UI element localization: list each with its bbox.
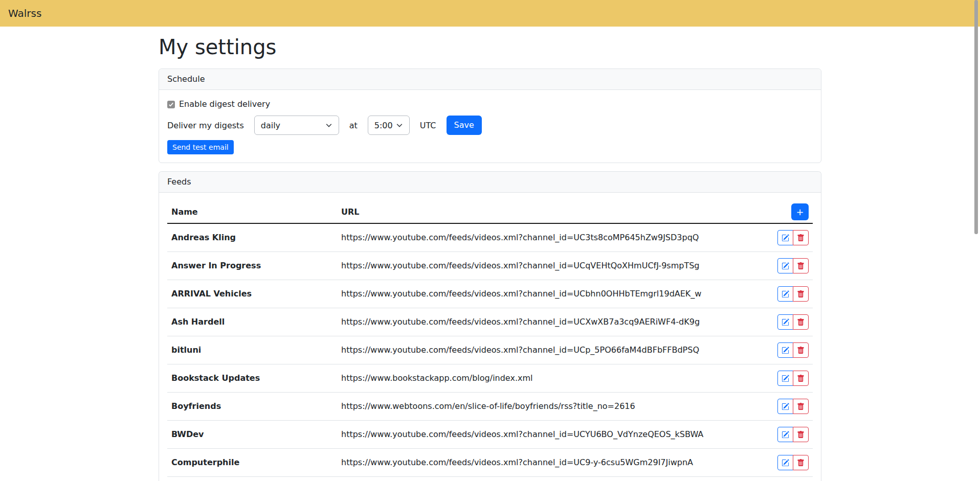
table-row: Ash Hardell https://www.youtube.com/feed… — [167, 308, 813, 336]
schedule-card: Schedule Enable digest delivery Deliver … — [159, 68, 821, 163]
pencil-square-icon — [782, 403, 789, 410]
pencil-square-icon — [782, 234, 789, 242]
pencil-square-icon — [782, 347, 789, 354]
feed-name: BWDev — [167, 421, 337, 449]
edit-feed-button[interactable] — [777, 286, 793, 302]
trash-icon — [797, 290, 805, 298]
feed-actions-group — [777, 342, 809, 358]
table-row: Andreas Kling https://www.youtube.com/fe… — [167, 223, 813, 252]
feed-name: Fireship — [167, 477, 337, 481]
feed-actions-group — [777, 258, 809, 273]
page-title: My settings — [159, 35, 821, 59]
edit-feed-button[interactable] — [777, 230, 793, 245]
edit-feed-button[interactable] — [777, 314, 793, 330]
scrollbar-thumb[interactable] — [974, 0, 978, 234]
feed-url: https://www.bookstackapp.com/blog/index.… — [337, 364, 773, 393]
feed-url: https://www.youtube.com/feeds/videos.xml… — [337, 252, 773, 280]
feed-url: https://www.youtube.com/feeds/videos.xml… — [337, 477, 773, 481]
feed-name: ARRIVAL Vehicles — [167, 280, 337, 308]
enable-digest-checkbox[interactable] — [167, 101, 175, 108]
timezone-label: UTC — [420, 121, 436, 130]
scrollbar[interactable] — [974, 0, 980, 481]
edit-feed-button[interactable] — [777, 258, 793, 273]
feed-actions — [773, 280, 813, 308]
feed-url: https://www.webtoons.com/en/slice-of-lif… — [337, 393, 773, 421]
delete-feed-button[interactable] — [793, 427, 809, 442]
feed-actions — [773, 252, 813, 280]
feed-name: Andreas Kling — [167, 223, 337, 252]
feed-actions-group — [777, 455, 809, 470]
feed-name: Boyfriends — [167, 393, 337, 421]
delete-feed-button[interactable] — [793, 342, 809, 358]
edit-feed-button[interactable] — [777, 455, 793, 470]
feed-url: https://www.youtube.com/feeds/videos.xml… — [337, 280, 773, 308]
feed-actions-group — [777, 399, 809, 414]
delete-feed-button[interactable] — [793, 455, 809, 470]
pencil-square-icon — [782, 431, 789, 439]
feed-actions — [773, 336, 813, 364]
frequency-value: daily — [261, 121, 280, 130]
column-header-actions: + — [773, 201, 813, 223]
delete-feed-button[interactable] — [793, 230, 809, 245]
pencil-square-icon — [782, 262, 789, 270]
add-feed-button[interactable]: + — [791, 203, 809, 220]
delete-feed-button[interactable] — [793, 258, 809, 273]
pencil-square-icon — [782, 290, 789, 298]
table-row: Fireship https://www.youtube.com/feeds/v… — [167, 477, 813, 481]
feeds-table-body: Andreas Kling https://www.youtube.com/fe… — [167, 223, 813, 481]
feeds-table: Name URL + Andreas Kling https://www.you… — [167, 201, 813, 481]
table-row: ARRIVAL Vehicles https://www.youtube.com… — [167, 280, 813, 308]
feed-actions-group — [777, 371, 809, 386]
edit-feed-button[interactable] — [777, 342, 793, 358]
feed-actions — [773, 449, 813, 477]
feeds-table-header-row: Name URL + — [167, 201, 813, 223]
delete-feed-button[interactable] — [793, 314, 809, 330]
navbar-brand[interactable]: Walrss — [8, 7, 41, 19]
feed-name: bitluni — [167, 336, 337, 364]
delete-feed-button[interactable] — [793, 371, 809, 386]
send-test-email-button[interactable]: Send test email — [167, 140, 234, 154]
trash-icon — [797, 375, 805, 382]
feed-name: Bookstack Updates — [167, 364, 337, 393]
save-button[interactable]: Save — [447, 116, 482, 135]
time-select[interactable]: 5:00 — [368, 116, 410, 135]
chevron-down-icon — [325, 122, 332, 129]
feed-url: https://www.youtube.com/feeds/videos.xml… — [337, 336, 773, 364]
feed-actions — [773, 421, 813, 449]
feed-url: https://www.youtube.com/feeds/videos.xml… — [337, 449, 773, 477]
pencil-square-icon — [782, 375, 789, 382]
pencil-square-icon — [782, 459, 789, 467]
column-header-name: Name — [167, 201, 337, 223]
trash-icon — [797, 347, 805, 354]
trash-icon — [797, 234, 805, 242]
edit-feed-button[interactable] — [777, 371, 793, 386]
feed-actions-group — [777, 427, 809, 442]
trash-icon — [797, 318, 805, 326]
column-header-url: URL — [337, 201, 773, 223]
feed-name: Answer In Progress — [167, 252, 337, 280]
table-row: BWDev https://www.youtube.com/feeds/vide… — [167, 421, 813, 449]
feeds-card-body: Name URL + Andreas Kling https://www.you… — [159, 193, 821, 481]
feeds-card: Feeds Name URL + Andreas Kling https://w… — [159, 171, 821, 481]
table-row: Answer In Progress https://www.youtube.c… — [167, 252, 813, 280]
enable-digest-label[interactable]: Enable digest delivery — [179, 98, 270, 110]
feed-actions — [773, 364, 813, 393]
feed-url: https://www.youtube.com/feeds/videos.xml… — [337, 308, 773, 336]
delete-feed-button[interactable] — [793, 286, 809, 302]
feed-actions-group — [777, 314, 809, 330]
trash-icon — [797, 431, 805, 439]
checkmark-icon — [168, 102, 174, 107]
edit-feed-button[interactable] — [777, 427, 793, 442]
schedule-card-header: Schedule — [159, 69, 821, 90]
deliver-label: Deliver my digests — [167, 121, 244, 130]
edit-feed-button[interactable] — [777, 399, 793, 414]
trash-icon — [797, 459, 805, 467]
feed-actions — [773, 477, 813, 481]
feed-url: https://www.youtube.com/feeds/videos.xml… — [337, 421, 773, 449]
pencil-square-icon — [782, 318, 789, 326]
table-row: Bookstack Updates https://www.bookstacka… — [167, 364, 813, 393]
frequency-select[interactable]: daily — [254, 116, 339, 135]
feeds-card-header: Feeds — [159, 172, 821, 193]
trash-icon — [797, 262, 805, 270]
delete-feed-button[interactable] — [793, 399, 809, 414]
